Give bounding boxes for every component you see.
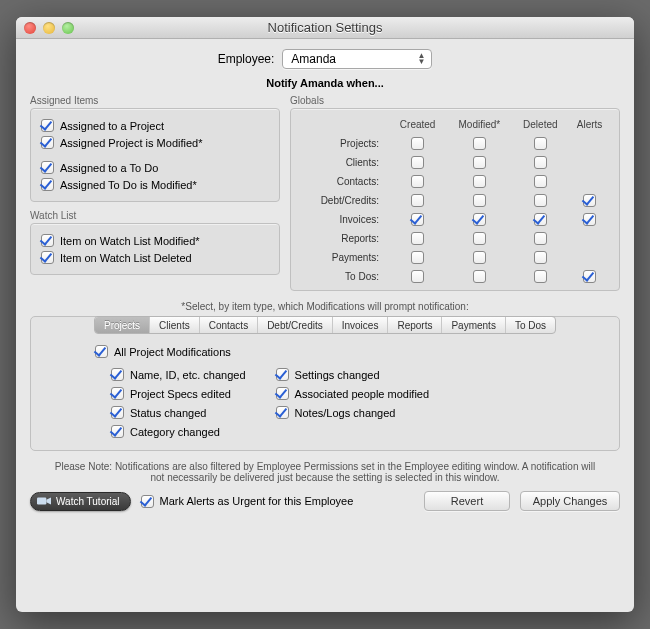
globals-col: Deleted [512,115,568,134]
tab-clients[interactable]: Clients [150,317,200,333]
watch-item-0-label: Item on Watch List Modified* [60,235,200,247]
globals-cb-3-2[interactable] [534,194,547,207]
globals-cb-5-0[interactable] [411,232,424,245]
globals-cb-0-0[interactable] [411,137,424,150]
globals-cb-1-0[interactable] [411,156,424,169]
globals-cb-4-0[interactable] [411,213,424,226]
mod-left-0-label: Name, ID, etc. changed [130,369,246,381]
mod-left-2-label: Status changed [130,407,206,419]
assigned-items-group: Assigned Items Assigned to a ProjectAssi… [30,95,280,202]
globals-cb-2-2[interactable] [534,175,547,188]
globals-cb-5-2[interactable] [534,232,547,245]
mark-urgent-checkbox[interactable] [141,495,154,508]
assigned-item-3-label: Assigned To Do is Modified* [60,179,197,191]
globals-cb-4-1[interactable] [473,213,486,226]
watch-item-1-checkbox[interactable] [41,251,54,264]
globals-row-label: Debt/Credits: [299,191,389,210]
assigned-item-0-label: Assigned to a Project [60,120,164,132]
mark-urgent-label: Mark Alerts as Urgent for this Employee [160,495,354,507]
globals-cb-2-1[interactable] [473,175,486,188]
watch-list-title: Watch List [30,210,280,221]
globals-cb-5-1[interactable] [473,232,486,245]
assigned-item-3: Assigned To Do is Modified* [41,176,269,193]
globals-cb-4-2[interactable] [534,213,547,226]
mod-right-0: Settings changed [276,366,430,383]
mod-left-1-checkbox[interactable] [111,387,124,400]
watch-item-1: Item on Watch List Deleted [41,249,269,266]
modifications-group: ProjectsClientsContactsDebt/CreditsInvoi… [30,316,620,451]
globals-row-label: Clients: [299,153,389,172]
globals-row-label: Contacts: [299,172,389,191]
globals-cb-7-3[interactable] [583,270,596,283]
mod-left-1: Project Specs edited [111,385,246,402]
employee-select[interactable]: Amanda ▲▼ [282,49,432,69]
globals-row: Projects: [299,134,611,153]
window-title: Notification Settings [16,20,634,35]
globals-cb-6-2[interactable] [534,251,547,264]
mod-left-3: Category changed [111,423,246,440]
globals-cb-7-2[interactable] [534,270,547,283]
assigned-item-2-checkbox[interactable] [41,161,54,174]
globals-cb-0-1[interactable] [473,137,486,150]
mod-right-0-checkbox[interactable] [276,368,289,381]
globals-row: Reports: [299,229,611,248]
tab-reports[interactable]: Reports [388,317,442,333]
globals-row: Payments: [299,248,611,267]
mod-left-0: Name, ID, etc. changed [111,366,246,383]
mod-left-3-checkbox[interactable] [111,425,124,438]
mod-left-0-checkbox[interactable] [111,368,124,381]
globals-cb-7-1[interactable] [473,270,486,283]
apply-changes-button[interactable]: Apply Changes [520,491,620,511]
all-modifications-label: All Project Modifications [114,346,231,358]
mod-right-1-checkbox[interactable] [276,387,289,400]
watch-tutorial-label: Watch Tutorial [56,496,120,507]
globals-cb-6-1[interactable] [473,251,486,264]
assigned-item-2: Assigned to a To Do [41,159,269,176]
globals-cb-7-0[interactable] [411,270,424,283]
tab-projects[interactable]: Projects [95,317,150,333]
globals-row: Invoices: [299,210,611,229]
tab-todos[interactable]: To Dos [506,317,555,333]
video-icon [37,496,51,506]
watch-item-0-checkbox[interactable] [41,234,54,247]
revert-button[interactable]: Revert [424,491,510,511]
tab-payments[interactable]: Payments [442,317,505,333]
globals-cb-3-1[interactable] [473,194,486,207]
tabs: ProjectsClientsContactsDebt/CreditsInvoi… [94,316,556,334]
all-modifications-checkbox[interactable] [95,345,108,358]
globals-cb-3-0[interactable] [411,194,424,207]
titlebar: Notification Settings [16,17,634,39]
globals-row: To Dos: [299,267,611,286]
tab-debtcredits[interactable]: Debt/Credits [258,317,333,333]
globals-cb-4-3[interactable] [583,213,596,226]
tab-invoices[interactable]: Invoices [333,317,389,333]
assigned-item-0-checkbox[interactable] [41,119,54,132]
globals-row-label: Projects: [299,134,389,153]
globals-row-label: To Dos: [299,267,389,286]
mod-left-2-checkbox[interactable] [111,406,124,419]
watch-list-group: Watch List Item on Watch List Modified*I… [30,210,280,275]
mod-right-1-label: Associated people modified [295,388,430,400]
globals-row-label: Payments: [299,248,389,267]
assigned-item-1-checkbox[interactable] [41,136,54,149]
globals-cb-2-0[interactable] [411,175,424,188]
globals-col: Created [389,115,446,134]
globals-group: Globals CreatedModified*DeletedAlerts Pr… [290,95,620,291]
globals-row: Debt/Credits: [299,191,611,210]
please-note: Please Note: Notifications are also filt… [48,461,602,483]
globals-cb-1-1[interactable] [473,156,486,169]
mod-right-2-checkbox[interactable] [276,406,289,419]
globals-cb-6-0[interactable] [411,251,424,264]
globals-row: Contacts: [299,172,611,191]
assigned-item-3-checkbox[interactable] [41,178,54,191]
svg-rect-0 [37,498,46,505]
globals-cb-1-2[interactable] [534,156,547,169]
watch-tutorial-button[interactable]: Watch Tutorial [30,492,131,511]
select-hint: *Select, by item type, which Modificatio… [30,301,620,312]
globals-cb-3-3[interactable] [583,194,596,207]
tab-contacts[interactable]: Contacts [200,317,258,333]
mod-right-2: Notes/Logs changed [276,404,430,421]
globals-row-label: Reports: [299,229,389,248]
globals-title: Globals [290,95,620,106]
globals-cb-0-2[interactable] [534,137,547,150]
